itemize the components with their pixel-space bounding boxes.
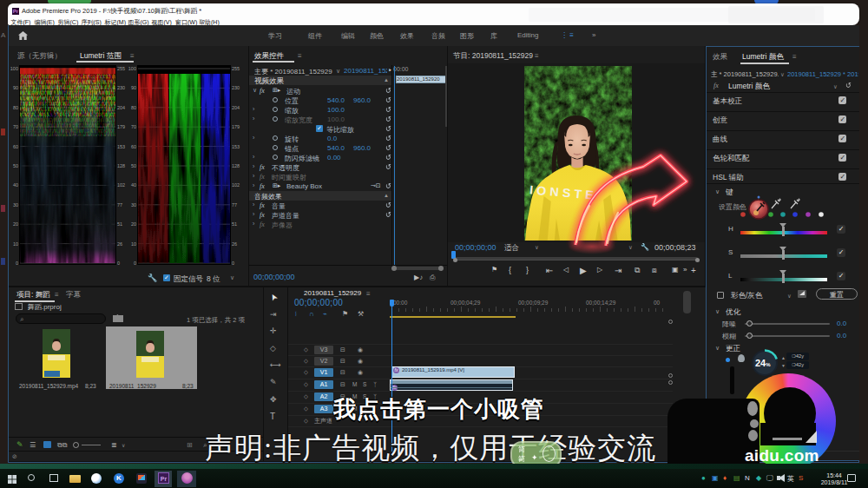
svg-text:77: 77 <box>232 202 237 208</box>
svg-text:204: 204 <box>117 105 125 110</box>
svg-text:128: 128 <box>232 163 240 168</box>
svg-text:70: 70 <box>131 124 136 129</box>
svg-text:80: 80 <box>13 105 18 110</box>
svg-text:0: 0 <box>16 260 18 266</box>
svg-text:30: 30 <box>131 202 136 208</box>
svg-text:30: 30 <box>13 202 18 208</box>
svg-text:179: 179 <box>117 124 125 129</box>
svg-text:20: 20 <box>13 221 18 227</box>
svg-text:10: 10 <box>13 241 18 247</box>
svg-text:90: 90 <box>13 85 18 90</box>
svg-text:230: 230 <box>232 85 240 90</box>
svg-text:204: 204 <box>232 105 240 110</box>
svg-text:40: 40 <box>131 182 136 188</box>
svg-text:128: 128 <box>117 163 125 168</box>
svg-text:102: 102 <box>117 182 125 188</box>
svg-text:102: 102 <box>232 182 240 188</box>
svg-text:26: 26 <box>232 241 237 247</box>
svg-text:10: 10 <box>131 241 136 247</box>
svg-text:40: 40 <box>13 182 18 188</box>
svg-text:0: 0 <box>232 260 234 266</box>
svg-text:179: 179 <box>232 124 240 129</box>
svg-text:51: 51 <box>232 221 237 227</box>
svg-text:70: 70 <box>13 124 18 129</box>
svg-text:255: 255 <box>232 66 240 71</box>
svg-text:255: 255 <box>117 66 125 71</box>
svg-text:50: 50 <box>13 163 18 168</box>
svg-text:100: 100 <box>128 66 136 71</box>
svg-text:77: 77 <box>117 202 122 208</box>
svg-text:51: 51 <box>117 221 122 227</box>
svg-text:153: 153 <box>232 144 240 149</box>
svg-text:0: 0 <box>134 260 136 266</box>
svg-text:60: 60 <box>13 144 18 149</box>
svg-text:26: 26 <box>117 241 122 247</box>
svg-text:100: 100 <box>10 66 18 71</box>
svg-text:90: 90 <box>131 85 136 90</box>
svg-text:20: 20 <box>131 221 136 227</box>
svg-text:50: 50 <box>131 163 136 168</box>
svg-text:0: 0 <box>117 260 120 266</box>
svg-text:80: 80 <box>131 105 136 110</box>
svg-text:230: 230 <box>117 85 125 90</box>
svg-text:153: 153 <box>117 144 125 149</box>
svg-text:60: 60 <box>131 144 136 149</box>
